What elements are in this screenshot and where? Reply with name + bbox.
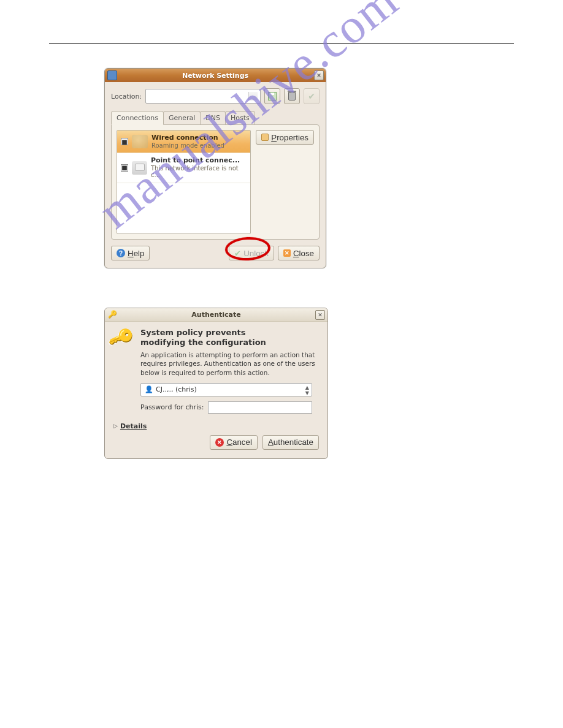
help-icon: ? [117,249,125,257]
modem-icon [132,161,147,175]
key-icon: 🔑 [108,310,117,319]
tab-general[interactable]: General [163,111,201,124]
tab-connections[interactable]: Connections [111,111,164,125]
list-item[interactable]: ■ Wired connection Roaming mode enabled [117,131,250,153]
dialog-description: An application is attempting to perform … [140,351,319,377]
unlock-button[interactable]: ✔ Unlock [229,246,274,260]
authenticate-dialog: 🔑 Authenticate ✕ 🔑 System policy prevent… [104,308,328,459]
window-title: Network Settings [182,72,248,80]
dialog-close-button[interactable]: ✕ [315,310,325,320]
nic-icon [132,135,148,148]
window-close-button[interactable]: ✕ [314,70,324,80]
tabset: Connections General DNS Hosts [111,110,320,124]
details-expander[interactable]: ▷ Details [113,422,319,430]
password-label: Password for chris: [140,403,204,411]
apply-button: ✔ [304,88,320,104]
tab-panel-connections: ■ Wired connection Roaming mode enabled … [111,124,320,240]
help-button[interactable]: ? Help [111,246,150,260]
close-button[interactable]: ✕ Close [278,246,320,260]
dialog-title: Authenticate [191,311,240,319]
location-label: Location: [111,93,142,100]
tab-dns[interactable]: DNS [200,111,226,124]
list-item[interactable]: ■ Point to point connec... This network … [117,153,250,183]
trash-icon [288,92,296,100]
checkbox[interactable]: ■ [121,164,128,172]
authenticate-button[interactable]: Authenticate [262,435,319,450]
save-location-button[interactable] [264,88,280,104]
dialog-heading: System policy prevents modifying the con… [140,328,319,347]
details-label: Details [120,422,147,430]
keys-illustration-icon: 🔑 [107,324,136,352]
combo-spinner-icon: ▲▼ [251,91,257,101]
user-selected: CJ..,., (chris) [156,385,197,393]
password-input[interactable] [208,401,312,414]
combo-spinner-icon: ▲▼ [305,385,309,396]
cancel-button[interactable]: ✕ Cancel [210,435,258,450]
location-combo[interactable]: ▲▼ [145,89,261,104]
checkbox[interactable]: ■ [121,138,128,145]
close-icon: ✕ [283,249,291,257]
floppy-icon [268,92,277,100]
person-icon: 👤 [145,385,153,393]
unlock-icon: ✔ [234,249,241,258]
properties-button[interactable]: Properties [256,130,314,145]
properties-icon [261,134,269,141]
dialog-titlebar: 🔑 Authenticate ✕ [105,308,327,322]
tab-hosts[interactable]: Hosts [225,111,255,124]
cancel-icon: ✕ [215,438,224,447]
connection-name: Point to point connec... [151,157,247,165]
connection-sub: This network interface is not c... [151,165,247,179]
network-settings-window: Network Settings ✕ Location: ▲▼ ✔ Connec… [104,68,326,268]
delete-location-button[interactable] [284,88,300,104]
page-rule-top [49,43,514,44]
connection-name: Wired connection [151,134,224,142]
connection-list[interactable]: ■ Wired connection Roaming mode enabled … [117,130,251,234]
connection-sub: Roaming mode enabled [151,142,224,150]
triangle-right-icon: ▷ [113,423,118,429]
window-titlebar: Network Settings ✕ [105,69,326,82]
user-select[interactable]: 👤 CJ..,., (chris) ▲▼ [140,383,312,396]
window-app-icon [107,70,117,80]
check-icon: ✔ [308,91,315,101]
